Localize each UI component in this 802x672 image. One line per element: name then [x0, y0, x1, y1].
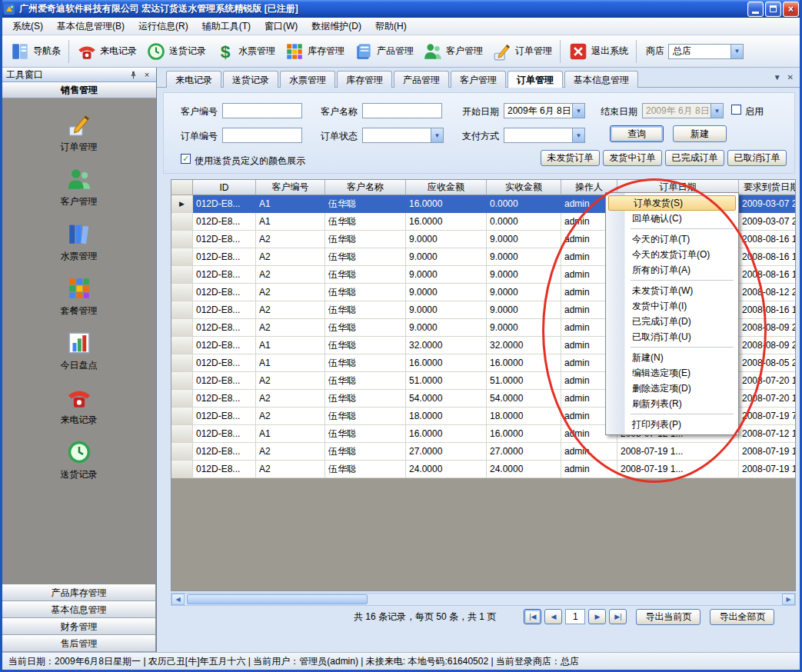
cell[interactable]: 012D-E8... [193, 461, 256, 478]
cell[interactable]: 2008-07-19 1... [617, 443, 739, 461]
cell[interactable]: 16.0000 [487, 425, 561, 443]
cell[interactable]: A2 [256, 284, 325, 301]
cell[interactable]: 012D-E8... [193, 425, 256, 443]
toolbar-button-nav[interactable]: 导航条 [5, 38, 65, 65]
row-selector[interactable] [171, 461, 193, 478]
cell[interactable]: 24.0000 [406, 461, 487, 478]
cell[interactable]: A2 [256, 390, 325, 408]
order-status-combobox[interactable]: ▼ [362, 128, 444, 143]
cell[interactable]: 9.0000 [487, 266, 561, 284]
row-selector[interactable] [171, 443, 193, 461]
cell[interactable]: 伍华聪 [325, 408, 406, 425]
chevron-down-icon[interactable]: ▼ [572, 128, 584, 142]
cell[interactable]: 012D-E8... [193, 301, 256, 319]
cell[interactable]: 伍华聪 [325, 372, 406, 390]
cell[interactable]: 9.0000 [406, 284, 487, 301]
context-menu-item[interactable]: 发货中订单(I) [607, 298, 737, 314]
menu-item-5[interactable]: 窗口(W) [258, 17, 304, 36]
cell[interactable]: 2008-08-09 2... [739, 337, 796, 354]
cell[interactable]: 012D-E8... [193, 284, 256, 301]
cell[interactable]: 012D-E8... [193, 354, 256, 372]
cell[interactable]: 伍华聪 [325, 461, 406, 478]
cell[interactable]: 2008-07-20 1... [739, 372, 796, 390]
tab-3[interactable]: 水票管理 [280, 71, 335, 88]
row-selector[interactable] [171, 284, 193, 301]
cell[interactable]: 012D-E8... [193, 213, 256, 231]
chevron-down-icon[interactable]: ▼ [710, 104, 723, 118]
cell[interactable]: 18.0000 [406, 408, 487, 425]
cell[interactable]: 2008-08-05 2... [739, 354, 796, 372]
cell[interactable]: 16.0000 [406, 354, 487, 372]
row-selector[interactable] [171, 213, 193, 231]
toolbar-button-dollar[interactable]: $水票管理 [211, 38, 280, 65]
row-selector[interactable] [171, 337, 193, 354]
cell[interactable]: 32.0000 [406, 337, 487, 354]
cell[interactable]: 9.0000 [487, 301, 561, 319]
cell[interactable]: 伍华聪 [325, 319, 406, 337]
scrollbar-thumb[interactable] [187, 594, 368, 604]
menu-item-3[interactable]: 运行信息(R) [131, 17, 195, 36]
cell[interactable]: 9.0000 [406, 301, 487, 319]
sidebar-item-clock[interactable]: 送货记录 [2, 439, 155, 481]
enable-checkbox[interactable] [731, 105, 741, 115]
toolbar-button-clock[interactable]: 送货记录 [141, 38, 211, 65]
first-page-button[interactable]: |◀ [524, 609, 541, 624]
tab-8[interactable]: 基本信息管理 [564, 71, 638, 88]
row-selector[interactable] [171, 408, 193, 425]
horizontal-scrollbar[interactable]: ◀ ▶ [171, 593, 796, 606]
context-menu-item[interactable]: 刷新列表(R) [607, 396, 737, 411]
menu-item-4[interactable]: 辅助工具(T) [195, 17, 258, 36]
column-header[interactable]: ID [193, 180, 256, 195]
toolbar-button-grid[interactable]: 库存管理 [280, 38, 349, 65]
cell[interactable]: 27.0000 [406, 443, 487, 461]
cell[interactable]: 012D-E8... [193, 443, 256, 461]
cell[interactable]: admin [561, 461, 617, 478]
cell[interactable]: 0.0000 [487, 213, 561, 231]
cell[interactable]: 2009-03-07 2... [739, 195, 796, 213]
cell[interactable]: 伍华聪 [325, 284, 406, 301]
status-filter-button-3[interactable]: 已完成订单 [665, 150, 724, 166]
cell[interactable]: 2008-08-16 1... [739, 231, 796, 248]
cell[interactable]: 9.0000 [487, 284, 561, 301]
cell[interactable]: A2 [256, 319, 325, 337]
cell[interactable]: 9.0000 [487, 231, 561, 248]
sidebar-item-books[interactable]: 水票管理 [2, 221, 155, 263]
close-button[interactable]: × [783, 2, 799, 17]
cell[interactable]: 012D-E8... [193, 408, 256, 425]
tab-2[interactable]: 送货记录 [223, 71, 278, 88]
cell[interactable]: A2 [256, 372, 325, 390]
cell[interactable]: 012D-E8... [193, 319, 256, 337]
cell[interactable]: 51.0000 [487, 372, 561, 390]
context-menu-item[interactable]: 今天的发货订单(O) [607, 247, 737, 262]
toolbar-button-pen[interactable]: 订单管理 [488, 38, 557, 65]
customer-code-input[interactable] [222, 103, 302, 118]
cell[interactable]: 伍华聪 [325, 337, 406, 354]
cell[interactable]: 2008-07-19 1... [739, 443, 796, 461]
prev-page-button[interactable]: ◀ [544, 609, 562, 624]
cell[interactable]: 2008-07-19 7:59 [739, 408, 796, 425]
sidebar-group-2[interactable]: 基本信息管理 [2, 601, 155, 618]
sidebar-item-phone[interactable]: 来电记录 [2, 384, 155, 427]
sidebar-item-grid[interactable]: 套餐管理 [2, 275, 155, 318]
cell[interactable]: 9.0000 [406, 266, 487, 284]
cell[interactable]: 012D-E8... [193, 390, 256, 408]
sidebar-group-1[interactable]: 产品库存管理 [2, 584, 155, 601]
cell[interactable]: 2008-07-19 1... [617, 461, 739, 478]
cell[interactable]: 9.0000 [406, 231, 487, 248]
cell[interactable]: A1 [256, 425, 325, 443]
cell[interactable]: 2008-08-16 1... [739, 266, 796, 284]
cell[interactable]: 伍华聪 [325, 213, 406, 231]
cell[interactable]: 16.0000 [406, 195, 487, 213]
cell[interactable]: A2 [256, 231, 325, 248]
cell[interactable]: 9.0000 [487, 319, 561, 337]
cell[interactable]: 伍华聪 [325, 266, 406, 284]
tab-5[interactable]: 产品管理 [394, 71, 449, 88]
cell[interactable]: 伍华聪 [325, 248, 406, 266]
row-selector[interactable]: ▶ [171, 195, 193, 213]
new-button[interactable]: 新建 [673, 125, 727, 142]
cell[interactable]: 16.0000 [406, 213, 487, 231]
cell[interactable]: 伍华聪 [325, 195, 406, 213]
sidebar-item-people[interactable]: 客户管理 [2, 166, 155, 208]
cell[interactable]: 伍华聪 [325, 354, 406, 372]
cell[interactable]: 16.0000 [487, 354, 561, 372]
